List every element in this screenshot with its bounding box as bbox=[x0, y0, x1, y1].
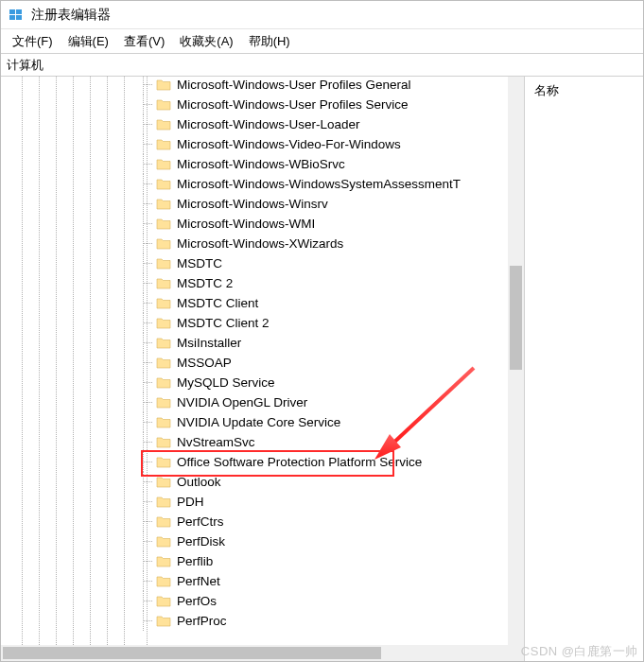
tree-connector bbox=[143, 611, 156, 631]
tree-item[interactable]: Microsoft-Windows-XWizards bbox=[143, 234, 508, 253]
tree-item[interactable]: PerfOs bbox=[143, 591, 508, 611]
tree-item[interactable]: Microsoft-Windows-WindowsSystemAssessmen… bbox=[143, 174, 508, 194]
svg-rect-2 bbox=[9, 15, 15, 20]
tree-item-label: PDH bbox=[175, 494, 206, 510]
folder-icon bbox=[156, 178, 171, 191]
tree-connector bbox=[143, 392, 156, 412]
menu-file[interactable]: 文件(F) bbox=[5, 29, 61, 54]
menu-favorites[interactable]: 收藏夹(A) bbox=[172, 29, 240, 54]
scrollbar-thumb[interactable] bbox=[510, 266, 522, 370]
tree-item[interactable]: NVIDIA OpenGL Driver bbox=[143, 392, 508, 412]
folder-icon bbox=[156, 396, 171, 409]
tree-item-label: PerfCtrs bbox=[175, 514, 226, 530]
tree-item-label: MSDTC Client 2 bbox=[175, 315, 271, 331]
tree-item-label: Microsoft-Windows-WindowsSystemAssessmen… bbox=[175, 176, 462, 192]
tree-item[interactable]: Perflib bbox=[143, 551, 508, 571]
svg-rect-1 bbox=[16, 9, 22, 14]
address-bar[interactable]: 计算机 bbox=[1, 54, 643, 77]
folder-icon bbox=[156, 555, 171, 568]
tree-item[interactable]: MsiInstaller bbox=[143, 333, 508, 353]
tree-item-label: PerfDisk bbox=[175, 533, 227, 549]
tree-connector bbox=[143, 95, 156, 114]
vertical-scrollbar[interactable] bbox=[508, 77, 524, 645]
tree-item[interactable]: Microsoft-Windows-WBioSrvc bbox=[143, 154, 508, 174]
tree-item[interactable]: Outlook bbox=[143, 472, 508, 492]
folder-icon bbox=[156, 436, 171, 449]
tree-connector bbox=[143, 512, 156, 531]
tree-connector bbox=[143, 114, 156, 134]
tree-item[interactable]: MSDTC 2 bbox=[143, 273, 508, 293]
menu-edit[interactable]: 编辑(E) bbox=[61, 29, 116, 54]
tree-connector bbox=[143, 273, 156, 293]
folder-icon bbox=[156, 595, 171, 608]
tree-item[interactable]: NVIDIA Update Core Service bbox=[143, 412, 508, 432]
tree-connector bbox=[143, 194, 156, 214]
tree-item[interactable]: PerfProc bbox=[143, 611, 508, 631]
tree-item[interactable]: MSDTC Client 2 bbox=[143, 313, 508, 333]
tree-item-label: MSSOAP bbox=[175, 355, 234, 371]
tree-connector bbox=[143, 154, 156, 174]
content-area: Microsoft-Windows-User Profiles GeneralM… bbox=[1, 77, 643, 661]
folder-icon bbox=[156, 376, 171, 390]
tree-connector bbox=[143, 452, 156, 472]
tree-connector bbox=[143, 234, 156, 253]
tree-connector bbox=[143, 293, 156, 313]
tree-connector bbox=[143, 531, 156, 551]
tree-item[interactable]: Microsoft-Windows-User Profiles Service bbox=[143, 95, 508, 114]
folder-icon bbox=[156, 158, 171, 171]
tree-connector bbox=[143, 313, 156, 333]
tree-item[interactable]: MSDTC bbox=[143, 253, 508, 273]
horizontal-scrollbar[interactable] bbox=[1, 645, 524, 661]
tree-item-label: PerfOs bbox=[175, 593, 218, 609]
tree-item[interactable]: Office Software Protection Platform Serv… bbox=[143, 452, 508, 472]
tree-item[interactable]: PerfCtrs bbox=[143, 512, 508, 531]
tree-item[interactable]: PDH bbox=[143, 492, 508, 512]
tree-item-label: NVIDIA OpenGL Driver bbox=[175, 394, 309, 410]
tree-connector bbox=[143, 432, 156, 452]
tree-item[interactable]: PerfNet bbox=[143, 571, 508, 591]
tree-item[interactable]: Microsoft-Windows-Video-For-Windows bbox=[143, 134, 508, 154]
folder-icon bbox=[156, 98, 171, 112]
folder-icon bbox=[156, 575, 171, 588]
menu-view[interactable]: 查看(V) bbox=[116, 29, 172, 54]
tree-item-label: Microsoft-Windows-Video-For-Windows bbox=[175, 136, 403, 152]
svg-rect-3 bbox=[16, 15, 22, 20]
tree-item[interactable]: Microsoft-Windows-WMI bbox=[143, 214, 508, 234]
scrollbar-thumb[interactable] bbox=[3, 647, 381, 659]
tree-connector bbox=[143, 333, 156, 353]
tree-connector bbox=[143, 472, 156, 492]
tree-item-label: MySQLD Service bbox=[175, 375, 277, 391]
tree-item-label: Perflib bbox=[175, 553, 215, 569]
folder-icon bbox=[156, 218, 171, 231]
folder-icon bbox=[156, 496, 171, 509]
folder-icon bbox=[156, 416, 171, 429]
window-title: 注册表编辑器 bbox=[31, 7, 111, 24]
tree-item[interactable]: MySQLD Service bbox=[143, 373, 508, 392]
tree-item-label: MsiInstaller bbox=[175, 335, 243, 351]
folder-icon bbox=[156, 615, 171, 628]
tree-connector bbox=[143, 412, 156, 432]
tree-connector bbox=[143, 571, 156, 591]
tree-connector bbox=[143, 353, 156, 373]
svg-rect-0 bbox=[9, 9, 15, 14]
menu-help[interactable]: 帮助(H) bbox=[241, 29, 298, 54]
tree-item[interactable]: Microsoft-Windows-Winsrv bbox=[143, 194, 508, 214]
tree-item[interactable]: Microsoft-Windows-User Profiles General bbox=[143, 77, 508, 95]
tree-item[interactable]: Microsoft-Windows-User-Loader bbox=[143, 114, 508, 134]
folder-icon bbox=[156, 78, 171, 92]
column-header-name[interactable]: 名称 bbox=[534, 82, 634, 99]
folder-icon bbox=[156, 456, 171, 469]
tree-connector bbox=[143, 77, 156, 95]
tree-item[interactable]: MSSOAP bbox=[143, 353, 508, 373]
titlebar: 注册表编辑器 bbox=[1, 1, 643, 29]
tree-item-label: PerfProc bbox=[175, 613, 229, 629]
folder-icon bbox=[156, 257, 171, 270]
tree-connector bbox=[143, 174, 156, 194]
folder-icon bbox=[156, 237, 171, 251]
tree-connector bbox=[143, 253, 156, 273]
tree-item[interactable]: MSDTC Client bbox=[143, 293, 508, 313]
tree-item[interactable]: PerfDisk bbox=[143, 531, 508, 551]
tree-view[interactable]: Microsoft-Windows-User Profiles GeneralM… bbox=[1, 77, 508, 645]
folder-icon bbox=[156, 297, 171, 310]
tree-item[interactable]: NvStreamSvc bbox=[143, 432, 508, 452]
